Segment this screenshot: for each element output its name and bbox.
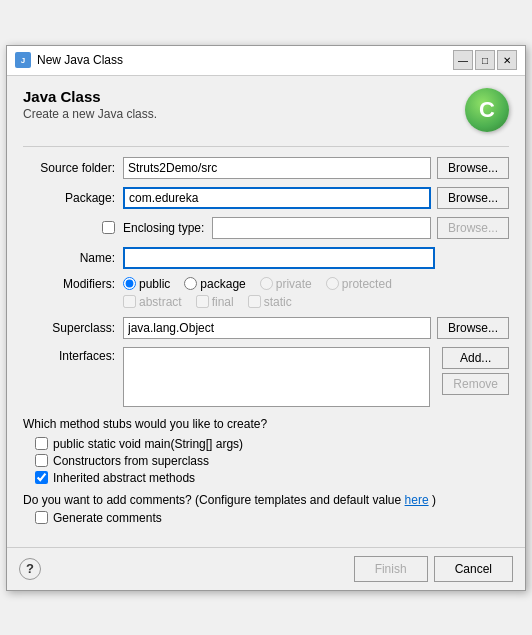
header-subtitle: Create a new Java class. xyxy=(23,107,465,121)
method-stub-main: public static void main(String[] args) xyxy=(35,437,509,451)
superclass-row: Superclass: Browse... xyxy=(23,317,509,339)
stub-inherited-label: Inherited abstract methods xyxy=(53,471,195,485)
interfaces-row: Interfaces: Add... Remove xyxy=(23,347,509,407)
generate-comments-label: Generate comments xyxy=(53,511,162,525)
window-controls: — □ ✕ xyxy=(453,50,517,70)
window-title: New Java Class xyxy=(37,53,453,67)
stub-inherited-checkbox[interactable] xyxy=(35,471,48,484)
modifier-abstract-checkbox xyxy=(123,295,136,308)
source-folder-label: Source folder: xyxy=(23,161,123,175)
package-browse-button[interactable]: Browse... xyxy=(437,187,509,209)
stub-main-label: public static void main(String[] args) xyxy=(53,437,243,451)
modifier-protected-radio xyxy=(326,277,339,290)
modifier-package-radio[interactable] xyxy=(184,277,197,290)
enclosing-type-browse-button: Browse... xyxy=(437,217,509,239)
method-stub-inherited: Inherited abstract methods xyxy=(35,471,509,485)
interfaces-remove-button[interactable]: Remove xyxy=(442,373,509,395)
modifiers-row: Modifiers: public package private protec… xyxy=(23,277,509,291)
superclass-browse-button[interactable]: Browse... xyxy=(437,317,509,339)
package-label: Package: xyxy=(23,191,123,205)
comments-section: Do you want to add comments? (Configure … xyxy=(23,493,509,525)
enclosing-type-checkbox[interactable] xyxy=(102,221,115,234)
superclass-label: Superclass: xyxy=(23,321,123,335)
stub-constructors-label: Constructors from superclass xyxy=(53,454,209,468)
modifier-final: final xyxy=(196,295,234,309)
package-input[interactable] xyxy=(123,187,431,209)
close-button[interactable]: ✕ xyxy=(497,50,517,70)
java-logo: C xyxy=(465,88,509,132)
enclosing-type-input[interactable] xyxy=(212,217,431,239)
svg-text:J: J xyxy=(21,56,25,65)
modifier-final-checkbox xyxy=(196,295,209,308)
modifier-public: public xyxy=(123,277,170,291)
comments-closing: ) xyxy=(432,493,436,507)
new-java-class-dialog: J New Java Class — □ ✕ Java Class Create… xyxy=(6,45,526,591)
modifier-abstract-label: abstract xyxy=(139,295,182,309)
method-stubs-title: Which method stubs would you like to cre… xyxy=(23,417,509,431)
modifiers-label: Modifiers: xyxy=(23,277,123,291)
modifier-protected: protected xyxy=(326,277,392,291)
generate-comments-checkbox[interactable] xyxy=(35,511,48,524)
comments-question-text: Do you want to add comments? (Configure … xyxy=(23,493,401,507)
method-stub-constructors: Constructors from superclass xyxy=(35,454,509,468)
modifier-static-checkbox xyxy=(248,295,261,308)
modifier-abstract: abstract xyxy=(123,295,182,309)
modifier-public-label: public xyxy=(139,277,170,291)
dialog-content: Java Class Create a new Java class. C So… xyxy=(7,76,525,547)
title-bar: J New Java Class — □ ✕ xyxy=(7,46,525,76)
cancel-button[interactable]: Cancel xyxy=(434,556,513,582)
header-section: Java Class Create a new Java class. C xyxy=(23,88,509,132)
modifier-private-radio xyxy=(260,277,273,290)
modifier-static-label: static xyxy=(264,295,292,309)
name-input[interactable] xyxy=(123,247,435,269)
comments-question: Do you want to add comments? (Configure … xyxy=(23,493,509,507)
modifier-public-radio[interactable] xyxy=(123,277,136,290)
header-text: Java Class Create a new Java class. xyxy=(23,88,465,121)
modifier-private-label: private xyxy=(276,277,312,291)
modifier-package-label: package xyxy=(200,277,245,291)
source-folder-input[interactable] xyxy=(123,157,431,179)
enclosing-type-label: Enclosing type: xyxy=(123,221,212,235)
modifiers-checkbox-group: abstract final static xyxy=(123,295,509,309)
modifier-protected-label: protected xyxy=(342,277,392,291)
interfaces-buttons: Add... Remove xyxy=(436,347,509,395)
interfaces-add-button[interactable]: Add... xyxy=(442,347,509,369)
name-label: Name: xyxy=(23,251,123,265)
modifiers-radio-group: public package private protected xyxy=(123,277,392,291)
modifier-package: package xyxy=(184,277,245,291)
window-icon: J xyxy=(15,52,31,68)
stub-main-checkbox[interactable] xyxy=(35,437,48,450)
maximize-button[interactable]: □ xyxy=(475,50,495,70)
interfaces-label: Interfaces: xyxy=(23,347,123,363)
modifier-static: static xyxy=(248,295,292,309)
finish-button[interactable]: Finish xyxy=(354,556,428,582)
bottom-bar: ? Finish Cancel xyxy=(7,547,525,590)
source-folder-browse-button[interactable]: Browse... xyxy=(437,157,509,179)
modifier-private: private xyxy=(260,277,312,291)
package-row: Package: Browse... xyxy=(23,187,509,209)
name-row: Name: xyxy=(23,247,509,269)
minimize-button[interactable]: — xyxy=(453,50,473,70)
superclass-input[interactable] xyxy=(123,317,431,339)
generate-comments-row: Generate comments xyxy=(35,511,509,525)
header-title: Java Class xyxy=(23,88,465,105)
source-folder-row: Source folder: Browse... xyxy=(23,157,509,179)
header-divider xyxy=(23,146,509,147)
help-button[interactable]: ? xyxy=(19,558,41,580)
interfaces-box[interactable] xyxy=(123,347,430,407)
enclosing-type-row: Enclosing type: Browse... xyxy=(23,217,509,239)
method-stubs-section: Which method stubs would you like to cre… xyxy=(23,417,509,485)
modifier-final-label: final xyxy=(212,295,234,309)
comments-here-link[interactable]: here xyxy=(405,493,429,507)
stub-constructors-checkbox[interactable] xyxy=(35,454,48,467)
